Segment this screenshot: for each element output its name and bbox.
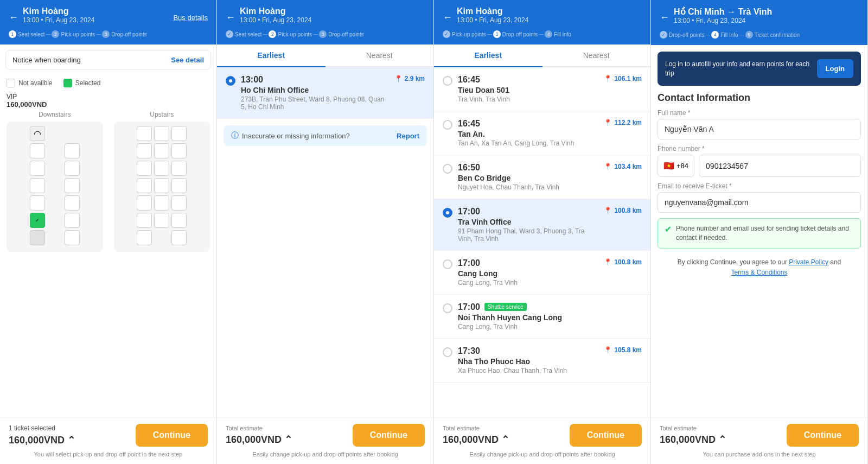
privacy-policy-link[interactable]: Private Policy bbox=[789, 258, 828, 266]
panel-pickup: ← Kim Hoàng 13:00 • Fri, Aug 23, 2024 ✓ … bbox=[217, 0, 434, 464]
tabs-pickup: Earliest Nearest bbox=[217, 45, 433, 67]
legend-label-selected: Selected bbox=[75, 79, 101, 87]
dropoff-location-6[interactable]: 17:30 Nha Tho Phuoc Hao Xa Phuoc Hao, Ch… bbox=[434, 339, 650, 383]
dropoff-location-1[interactable]: 16:45 Tan An. Tan An, Xa Tan An, Cang Lo… bbox=[434, 111, 650, 155]
seat-d12[interactable] bbox=[65, 230, 80, 245]
terms-row: By clicking Continue, you agree to our P… bbox=[651, 254, 867, 281]
seat-u1[interactable] bbox=[137, 126, 152, 141]
report-button[interactable]: Report bbox=[397, 132, 419, 140]
back-button-4[interactable]: ← bbox=[660, 12, 669, 23]
panel4-header: ← Hồ Chí Minh → Trà Vinh 13:00 • Fri, Au… bbox=[651, 0, 867, 45]
seat-d10[interactable] bbox=[65, 213, 80, 228]
seat-u19[interactable] bbox=[137, 230, 152, 245]
seat-d9-selected[interactable]: ✓ bbox=[30, 213, 45, 228]
seat-u13[interactable] bbox=[137, 195, 152, 211]
header-subtitle-2: 13:00 • Fri, Aug 23, 2024 bbox=[240, 16, 311, 24]
continue-button-3[interactable]: Continue bbox=[570, 424, 642, 447]
loc-content-dropoff-0: 16:45 Tieu Doan 501 Tra Vinh, Tra Vinh bbox=[458, 75, 598, 103]
seat-d4[interactable] bbox=[65, 161, 80, 176]
seat-d5[interactable] bbox=[30, 178, 45, 193]
seat-d2[interactable] bbox=[65, 143, 80, 158]
step-done-pickup: ✓ Pick-up points bbox=[443, 30, 486, 38]
radio-dropoff-1 bbox=[443, 120, 452, 130]
terms-conditions-link[interactable]: Terms & Conditions bbox=[731, 269, 787, 276]
email-label: Email to receive E-ticket * bbox=[658, 182, 861, 190]
fullname-input[interactable] bbox=[658, 119, 861, 139]
continue-button-4[interactable]: Continue bbox=[787, 424, 859, 447]
header-subtitle-1: 13:00 • Fri, Aug 23, 2024 bbox=[23, 16, 94, 24]
loc-distance-dropoff-0: 📍 106.1 km bbox=[604, 75, 642, 82]
step-num-2: 2 bbox=[52, 30, 59, 38]
bus-details-link[interactable]: Bus details bbox=[173, 14, 208, 22]
pin-icon-d6: 📍 bbox=[604, 346, 612, 354]
seat-u15[interactable] bbox=[171, 195, 187, 211]
seat-u16[interactable] bbox=[137, 213, 152, 228]
back-button-3[interactable]: ← bbox=[443, 12, 452, 23]
seat-d3[interactable] bbox=[30, 161, 45, 176]
seat-d6[interactable] bbox=[65, 178, 80, 193]
country-code-selector[interactable]: 🇻🇳 +84 bbox=[658, 155, 694, 177]
pickup-location-0[interactable]: 13:00 Ho Chi Minh Office 273B, Tran Phu … bbox=[217, 67, 433, 119]
step-label-1: Seat select bbox=[18, 31, 44, 37]
seat-u7[interactable] bbox=[137, 161, 152, 176]
panel2-price: 160,000VND ⌃ bbox=[226, 434, 292, 446]
step-num-3: 3 bbox=[102, 30, 110, 38]
seat-u6[interactable] bbox=[171, 143, 187, 158]
back-button-2[interactable]: ← bbox=[226, 12, 235, 23]
tab-nearest-2[interactable]: Nearest bbox=[326, 45, 434, 67]
dropoff-location-2[interactable]: 16:50 Ben Co Bridge Nguyet Hoa, Chau Tha… bbox=[434, 155, 650, 199]
loc-address-pickup-0: 273B, Tran Phu Street, Ward 8, Phuong 08… bbox=[241, 96, 389, 111]
check-icon: ✔ bbox=[665, 224, 672, 234]
seat-u5[interactable] bbox=[154, 143, 169, 158]
step-2: 2 Pick-up points bbox=[52, 30, 95, 38]
contact-info-title: Contact Information bbox=[651, 92, 867, 109]
seat-u20[interactable] bbox=[171, 230, 187, 245]
login-button[interactable]: Login bbox=[817, 59, 853, 78]
header-title-2: Kim Hoàng bbox=[240, 7, 311, 16]
notice-bar: Notice when boarding See detail bbox=[5, 50, 211, 70]
driver-seat: ◠ bbox=[30, 126, 45, 141]
seat-d7[interactable] bbox=[30, 195, 45, 211]
radio-dropoff-4 bbox=[443, 259, 452, 269]
steps-row-4: ✓ Drop-off points — 4 Fill Info — 5 Tick… bbox=[660, 31, 859, 39]
terms-text-between: and bbox=[830, 258, 841, 266]
seat-u4[interactable] bbox=[137, 143, 152, 158]
see-detail-button[interactable]: See detail bbox=[171, 56, 204, 64]
tab-earliest-2[interactable]: Earliest bbox=[217, 45, 326, 67]
seat-u14[interactable] bbox=[154, 195, 169, 211]
upstairs-label: Upstairs bbox=[114, 111, 210, 118]
steps-row-3: ✓ Pick-up points — 3 Drop-off points — 4… bbox=[443, 30, 642, 38]
continue-button-1[interactable]: Continue bbox=[136, 424, 208, 447]
seat-u9[interactable] bbox=[171, 161, 187, 176]
step-label-seat: Seat select bbox=[235, 31, 261, 37]
floor-downstairs: ◠ bbox=[7, 122, 103, 252]
dropoff-location-3[interactable]: 17:00 Tra Vinh Office 91 Pham Hong Thai,… bbox=[434, 199, 650, 251]
phone-row: 🇻🇳 +84 bbox=[658, 155, 861, 177]
email-input[interactable] bbox=[658, 192, 861, 213]
step-ticket-confirm: 5 Ticket confirmation bbox=[745, 31, 800, 39]
dropoff-location-5[interactable]: 17:00 Shuttle service Noi Thanh Huyen Ca… bbox=[434, 295, 650, 339]
dropoff-location-4[interactable]: 17:00 Cang Long Cang Long, Tra Vinh 📍 10… bbox=[434, 251, 650, 295]
seat-d8[interactable] bbox=[65, 195, 80, 211]
form-group-fullname: Full name * bbox=[651, 109, 867, 139]
seat-u18[interactable] bbox=[171, 213, 187, 228]
seat-d1[interactable] bbox=[30, 143, 45, 158]
tab-earliest-3[interactable]: Earliest bbox=[434, 45, 542, 67]
back-button-1[interactable]: ← bbox=[9, 12, 18, 23]
header-title-4: Hồ Chí Minh → Trà Vinh bbox=[674, 7, 772, 17]
seat-u10[interactable] bbox=[137, 178, 152, 193]
phone-input[interactable] bbox=[699, 155, 861, 177]
seat-u8[interactable] bbox=[154, 161, 169, 176]
seat-u17[interactable] bbox=[154, 213, 169, 228]
dropoff-location-0[interactable]: 16:45 Tieu Doan 501 Tra Vinh, Tra Vinh 📍… bbox=[434, 67, 650, 111]
radio-dropoff-6 bbox=[443, 347, 452, 357]
seat-u11[interactable] bbox=[154, 178, 169, 193]
continue-button-2[interactable]: Continue bbox=[353, 424, 425, 447]
seat-u3[interactable] bbox=[171, 126, 187, 141]
seat-u2[interactable] bbox=[154, 126, 169, 141]
pin-icon-d1: 📍 bbox=[604, 119, 612, 126]
step-label-dropoff: Drop-off points bbox=[328, 31, 363, 37]
step-label-pickup: Pick-up points bbox=[278, 31, 312, 37]
seat-u12[interactable] bbox=[171, 178, 187, 193]
tab-nearest-3[interactable]: Nearest bbox=[542, 45, 651, 67]
